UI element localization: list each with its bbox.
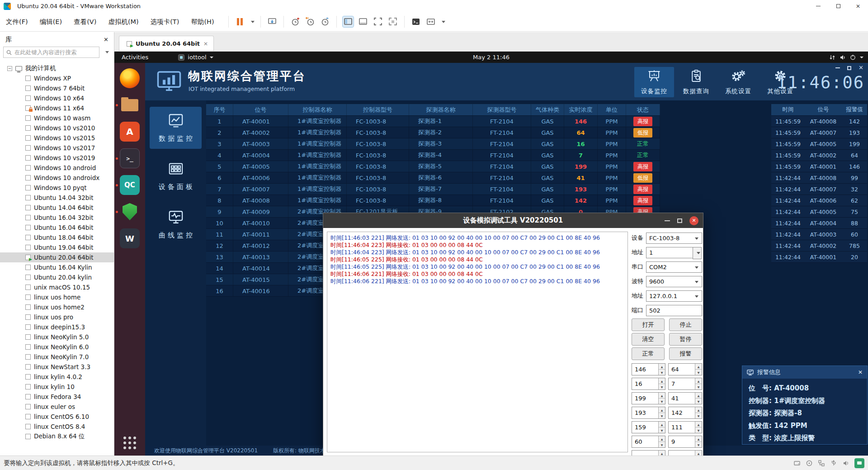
suspend-dropdown-icon[interactable] (251, 21, 255, 23)
baud-rate-select[interactable]: 9600 (646, 276, 702, 287)
platform-minimize-icon[interactable] (835, 67, 840, 68)
library-search[interactable] (3, 47, 99, 58)
spinner-arrows-icon[interactable]: ▲▼ (658, 378, 665, 389)
spin-down-icon[interactable]: ▼ (695, 370, 702, 375)
vm-list-item[interactable]: Windows 10 vs2015 (0, 133, 114, 143)
alarm-info-close-icon[interactable]: ✕ (858, 369, 863, 375)
platform-close-icon[interactable]: ✕ (859, 65, 863, 71)
slave-address-select[interactable]: 1 (646, 247, 693, 258)
vm-list-item[interactable]: Ubuntu 16.04 Kylin (0, 262, 114, 272)
vm-list-item[interactable]: Ubuntu 18.04 64bit (0, 233, 114, 242)
value-spinner[interactable]: 142▲▼ (668, 407, 702, 419)
table-row[interactable]: 4AT-400041#调度室控制器FC-1003-8探测器-4FT-2104GA… (206, 150, 660, 161)
spin-up-icon[interactable]: ▲ (695, 378, 702, 384)
value-spinner[interactable]: 60▲▼ (632, 436, 665, 448)
close-button[interactable]: ✕ (848, 0, 868, 12)
library-close-icon[interactable]: ✕ (104, 36, 108, 43)
vm-list-item[interactable]: Debian 8.x 64 位 (0, 432, 114, 442)
header-button-3[interactable]: 系统设置 (718, 67, 758, 97)
port-input[interactable]: 502 (646, 305, 702, 316)
vm-list-item[interactable]: linux NeoKylin 5.0 (0, 332, 114, 342)
value-spinner[interactable]: 146▲▼ (632, 363, 665, 375)
spin-up-icon[interactable]: ▲ (659, 378, 665, 384)
spin-down-icon[interactable]: ▼ (695, 427, 702, 433)
spinner-arrows-icon[interactable]: ▲▼ (658, 393, 665, 404)
qc-dock-icon[interactable]: QC (120, 175, 140, 195)
vm-list-item[interactable]: linux kylin 10 (0, 382, 114, 392)
vm-list-item[interactable]: Ubuntu 20.04 kylin (0, 272, 114, 282)
network-icon[interactable] (829, 55, 835, 60)
alarm-row[interactable]: 11:42:44AT-4000662 (771, 195, 867, 206)
ctrl-alt-del-icon[interactable] (267, 16, 278, 27)
system-menu-caret-icon[interactable] (860, 57, 863, 58)
vm-list-item[interactable]: linux NewStart 3.3 (0, 362, 114, 372)
alarm-row[interactable]: 11:42:44AT-4000120 (771, 252, 867, 263)
terminal-dock-icon[interactable]: >_ (120, 148, 140, 168)
value-spinner[interactable]: 9▲▼ (668, 436, 702, 448)
nav-item-2[interactable]: 设备面板 (150, 155, 202, 197)
value-spinner[interactable]: ▲▼ (668, 450, 702, 456)
alarm-row[interactable]: 11:42:44AT-4000488 (771, 218, 867, 229)
value-spinner[interactable]: 41▲▼ (668, 392, 702, 404)
dialog-maximize-icon[interactable] (677, 218, 682, 223)
dialog-titlebar[interactable]: 设备模拟调试工具 V20220501 ✕ (323, 213, 703, 228)
spin-up-icon[interactable]: ▲ (695, 407, 702, 413)
alarm-row[interactable]: 11:42:44AT-40002785 (771, 240, 867, 252)
spinner-arrows-icon[interactable]: ▲▼ (695, 436, 702, 447)
spin-down-icon[interactable]: ▼ (695, 399, 702, 404)
value-spinner[interactable]: 159▲▼ (632, 421, 665, 433)
network-log[interactable]: 时间[11:46:03 221] 网络发送: 01 03 10 00 92 00… (327, 232, 628, 452)
vm-list-item[interactable]: Ubuntu 14.04 64bit (0, 203, 114, 213)
power-icon[interactable] (850, 54, 856, 60)
search-filter-dropdown[interactable] (102, 47, 111, 58)
vm-list-item[interactable]: linux CentOS 6.10 (0, 412, 114, 422)
table-row[interactable]: 8AT-400081#调度室控制器FC-1003-8探测器-8FT-2104GA… (206, 195, 660, 206)
spin-up-icon[interactable]: ▲ (695, 436, 702, 442)
suspend-button[interactable] (235, 16, 245, 27)
spinner-arrows-icon[interactable]: ▲▼ (658, 364, 665, 375)
nav-item-1[interactable]: 数据监控 (150, 107, 202, 149)
activities-button[interactable]: Activities (114, 54, 148, 61)
vm-list-item[interactable]: linux uos pro (0, 312, 114, 322)
alarm-row[interactable]: 11:45:59AT-40005199 (771, 138, 867, 150)
header-button-2[interactable]: 数据查询 (676, 67, 716, 97)
alarm-row[interactable]: 11:45:59AT-40001146 (771, 161, 867, 172)
vm-tab[interactable]: ▶ Ubuntu 20.04 64bit ✕ (119, 36, 214, 51)
stretch-dropdown-icon[interactable] (442, 21, 445, 23)
spinner-arrows-icon[interactable]: ▲▼ (658, 422, 665, 433)
console-icon[interactable] (410, 16, 421, 27)
alarm-row[interactable]: 11:42:44AT-4000360 (771, 229, 867, 240)
vm-list-item[interactable]: Windows 10 vs2019 (0, 153, 114, 163)
spin-down-icon[interactable]: ▼ (659, 370, 665, 375)
tree-root[interactable]: − 我的计算机 (0, 63, 114, 73)
fullscreen-icon[interactable] (373, 16, 383, 27)
spin-down-icon[interactable]: ▼ (659, 442, 665, 447)
collapse-icon[interactable]: − (7, 66, 12, 71)
vm-list-item[interactable]: linux Fedora 34 (0, 392, 114, 402)
vm-list-item[interactable]: linux deepin15.3 (0, 322, 114, 332)
dialog-minimize-icon[interactable] (665, 220, 670, 221)
spin-up-icon[interactable]: ▲ (659, 422, 665, 427)
dialog-close-icon[interactable]: ✕ (689, 216, 698, 225)
spin-down-icon[interactable]: ▼ (695, 442, 702, 447)
spinner-arrows-icon[interactable]: ▲▼ (695, 422, 702, 433)
toggle-library-icon[interactable] (343, 16, 354, 27)
files-dock-icon[interactable] (120, 95, 140, 115)
menu-item[interactable]: 帮助(H) (185, 18, 220, 26)
snapshot-take-icon[interactable] (290, 16, 301, 27)
value-spinner[interactable]: 64▲▼ (668, 363, 702, 375)
alarm-row[interactable]: 11:42:44AT-4000899 (771, 172, 867, 184)
alarm-row[interactable]: 11:42:44AT-4000575 (771, 206, 867, 218)
clear-button[interactable]: 清空 (632, 333, 665, 346)
spinner-arrows-icon[interactable]: ▲▼ (695, 393, 702, 404)
cd-status-icon[interactable] (806, 460, 813, 467)
vm-list-item[interactable]: Windows 10 x64 (0, 93, 114, 103)
spin-down-icon[interactable]: ▼ (659, 384, 665, 389)
vm-list-item[interactable]: linux uos home (0, 292, 114, 302)
vm-list-item[interactable]: Windows 10 android (0, 163, 114, 173)
value-spinner[interactable]: 7▲▼ (668, 378, 702, 390)
snapshot-revert-icon[interactable] (305, 16, 316, 27)
hdd-status-icon[interactable] (793, 460, 801, 467)
vm-list-item[interactable]: Windows XP (0, 73, 114, 83)
spinner-arrows-icon[interactable]: ▲▼ (658, 407, 665, 418)
